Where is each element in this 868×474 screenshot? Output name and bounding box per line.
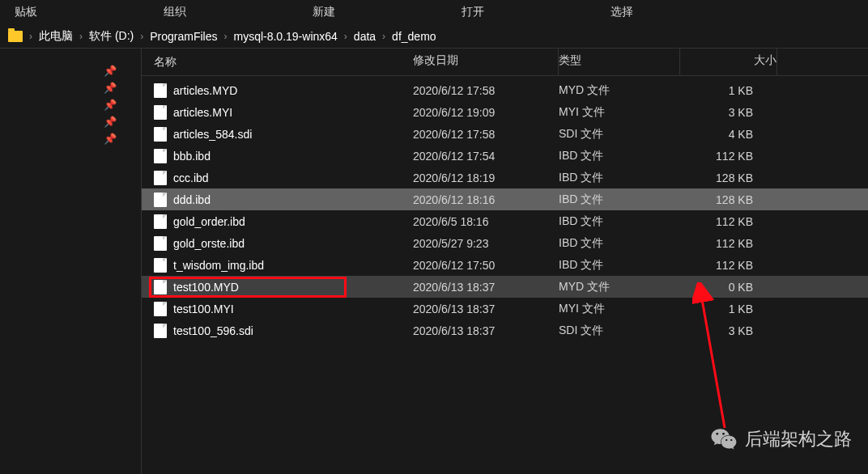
breadcrumb-item[interactable]: mysql-8.0.19-winx64 [233, 30, 337, 43]
pin-icon[interactable]: 📌 [0, 65, 141, 77]
file-rows: articles.MYD2020/6/12 17:58MYD 文件1 KBart… [142, 76, 868, 341]
file-name-cell: articles.MYI [154, 105, 413, 120]
file-size: 112 KB [680, 259, 777, 272]
chevron-right-icon: › [344, 31, 347, 42]
breadcrumb-item[interactable]: data [354, 30, 376, 43]
file-name: ccc.ibd [173, 171, 209, 184]
watermark: 后端架构之路 [709, 425, 852, 454]
file-date: 2020/6/12 17:58 [413, 128, 559, 141]
file-type: MYI 文件 [559, 105, 680, 120]
file-type: IBD 文件 [559, 149, 680, 163]
chevron-right-icon: › [29, 31, 32, 42]
pin-icon[interactable]: 📌 [0, 82, 141, 94]
file-size: 112 KB [680, 237, 777, 250]
file-name: test100_596.sdi [173, 324, 253, 337]
chevron-right-icon: › [140, 31, 143, 42]
column-header-date[interactable]: 修改日期 [413, 49, 559, 75]
file-size: 112 KB [680, 215, 777, 228]
file-name: articles.MYI [173, 106, 232, 119]
file-name: t_wisdom_img.ibd [173, 259, 264, 272]
file-row[interactable]: articles.MYI2020/6/12 19:09MYI 文件3 KB [142, 101, 868, 123]
menu-clipboard[interactable]: 贴板 [8, 2, 44, 23]
file-type: IBD 文件 [559, 193, 680, 207]
menu-bar: 贴板 组织 新建 打开 选择 [0, 0, 868, 24]
file-name-cell: t_wisdom_img.ibd [154, 258, 413, 273]
menu-new[interactable]: 新建 [306, 2, 342, 23]
file-icon [154, 171, 167, 185]
file-size: 128 KB [680, 193, 777, 206]
file-date: 2020/6/5 18:16 [413, 215, 559, 228]
file-name-cell: ccc.ibd [154, 171, 413, 185]
file-size: 3 KB [680, 324, 777, 337]
file-type: MYD 文件 [559, 280, 680, 294]
menu-open[interactable]: 打开 [455, 2, 491, 23]
main-area: 📌 📌 📌 📌 📌 名称 修改日期 类型 大小 articles.MYD2020… [0, 49, 868, 474]
breadcrumb-item[interactable]: df_demo [392, 30, 436, 43]
file-name: bbb.ibd [173, 150, 211, 163]
menu-organize[interactable]: 组织 [157, 2, 193, 23]
file-icon [154, 149, 167, 163]
file-type: IBD 文件 [559, 171, 680, 185]
watermark-text: 后端架构之路 [745, 427, 852, 451]
column-headers: 名称 修改日期 类型 大小 [142, 49, 868, 76]
breadcrumb-item[interactable]: 此电脑 [39, 29, 73, 44]
file-row[interactable]: test100.MYD2020/6/13 18:37MYD 文件0 KB [142, 276, 868, 298]
chevron-right-icon: › [382, 31, 385, 42]
file-size: 128 KB [680, 171, 777, 184]
pin-icon[interactable]: 📌 [0, 99, 141, 111]
file-row[interactable]: test100.MYI2020/6/13 18:37MYI 文件1 KB [142, 298, 868, 320]
file-size: 1 KB [680, 84, 777, 97]
pin-icon[interactable]: 📌 [0, 133, 141, 145]
file-name-cell: gold_order.ibd [154, 214, 413, 229]
file-name-cell: articles_584.sdi [154, 127, 413, 142]
folder-icon [8, 31, 23, 42]
file-icon [154, 83, 167, 98]
file-row[interactable]: gold_orste.ibd2020/5/27 9:23IBD 文件112 KB [142, 232, 868, 254]
file-row[interactable]: articles.MYD2020/6/12 17:58MYD 文件1 KB [142, 79, 868, 101]
file-list-pane: 名称 修改日期 类型 大小 articles.MYD2020/6/12 17:5… [142, 49, 868, 474]
file-icon [154, 280, 167, 294]
file-row[interactable]: test100_596.sdi2020/6/13 18:37SDI 文件3 KB [142, 320, 868, 341]
file-date: 2020/6/12 19:09 [413, 106, 559, 119]
file-row[interactable]: ddd.ibd2020/6/12 18:16IBD 文件128 KB [142, 188, 868, 210]
file-type: SDI 文件 [559, 127, 680, 142]
file-row[interactable]: t_wisdom_img.ibd2020/6/12 17:50IBD 文件112… [142, 254, 868, 276]
file-row[interactable]: bbb.ibd2020/6/12 17:54IBD 文件112 KB [142, 145, 868, 167]
file-name: gold_orste.ibd [173, 237, 245, 250]
file-name-cell: articles.MYD [154, 83, 413, 98]
menu-select[interactable]: 选择 [604, 2, 640, 23]
file-row[interactable]: ccc.ibd2020/6/12 18:19IBD 文件128 KB [142, 167, 868, 188]
quick-access-sidebar: 📌 📌 📌 📌 📌 [0, 49, 142, 474]
file-name: gold_order.ibd [173, 215, 245, 228]
breadcrumb-item[interactable]: ProgramFiles [150, 30, 217, 43]
file-name-cell: ddd.ibd [154, 193, 413, 207]
breadcrumb-item[interactable]: 软件 (D:) [89, 29, 134, 44]
file-size: 112 KB [680, 150, 777, 163]
file-type: IBD 文件 [559, 236, 680, 251]
file-icon [154, 127, 167, 142]
file-date: 2020/6/12 18:19 [413, 171, 559, 184]
breadcrumb[interactable]: › 此电脑 › 软件 (D:) › ProgramFiles › mysql-8… [0, 24, 868, 49]
file-date: 2020/6/12 17:50 [413, 259, 559, 272]
file-type: SDI 文件 [559, 324, 680, 338]
file-name-cell: test100_596.sdi [154, 324, 413, 338]
file-date: 2020/6/12 17:54 [413, 150, 559, 163]
file-name-cell: gold_orste.ibd [154, 236, 413, 251]
file-date: 2020/5/27 9:23 [413, 237, 559, 250]
file-icon [154, 193, 167, 207]
file-date: 2020/6/13 18:37 [413, 303, 559, 315]
file-icon [154, 105, 167, 120]
chevron-right-icon: › [79, 31, 83, 42]
file-date: 2020/6/13 18:37 [413, 324, 559, 337]
wechat-icon [709, 425, 738, 454]
file-date: 2020/6/12 17:58 [413, 84, 559, 97]
column-header-type[interactable]: 类型 [559, 49, 680, 75]
column-header-name[interactable]: 名称 [154, 50, 413, 74]
file-row[interactable]: gold_order.ibd2020/6/5 18:16IBD 文件112 KB [142, 210, 868, 232]
file-size: 3 KB [680, 106, 777, 119]
column-header-size[interactable]: 大小 [680, 49, 777, 75]
file-name: ddd.ibd [173, 193, 211, 206]
file-icon [154, 302, 167, 316]
pin-icon[interactable]: 📌 [0, 116, 141, 128]
file-row[interactable]: articles_584.sdi2020/6/12 17:58SDI 文件4 K… [142, 123, 868, 145]
